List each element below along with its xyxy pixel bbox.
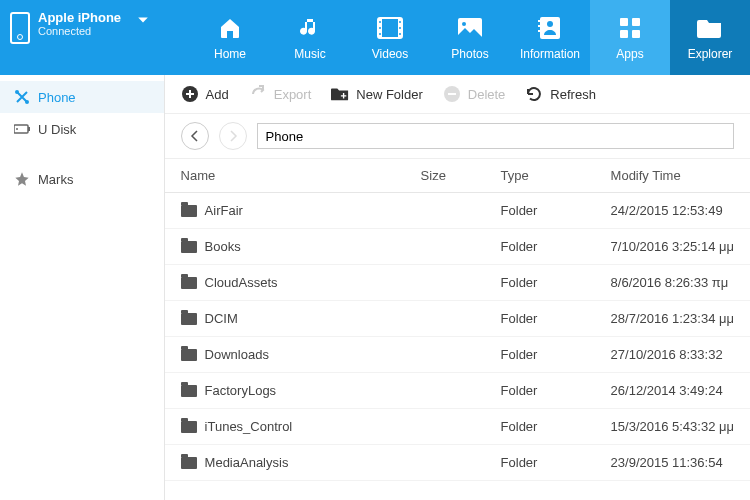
sidebar-item-udisk[interactable]: U Disk bbox=[0, 113, 164, 145]
table-row[interactable]: BooksFolder7/10/2016 3:25:14 μμ bbox=[165, 229, 750, 265]
col-header-type[interactable]: Type bbox=[501, 168, 611, 183]
nav-home-label: Home bbox=[214, 47, 246, 61]
table-row[interactable]: DownloadsFolder27/10/2016 8:33:32 bbox=[165, 337, 750, 373]
videos-icon bbox=[376, 15, 404, 41]
nav-apps[interactable]: Apps bbox=[590, 0, 670, 75]
disk-icon bbox=[14, 121, 30, 137]
top-nav: Home Music Videos Photos Information App… bbox=[190, 0, 750, 75]
sidebar-udisk-label: U Disk bbox=[38, 122, 76, 137]
svg-point-3 bbox=[379, 21, 381, 23]
nav-videos-label: Videos bbox=[372, 47, 408, 61]
table-row[interactable]: FactoryLogsFolder26/12/2014 3:49:24 bbox=[165, 373, 750, 409]
nav-photos[interactable]: Photos bbox=[430, 0, 510, 75]
svg-point-4 bbox=[379, 27, 381, 29]
file-time: 26/12/2014 3:49:24 bbox=[611, 383, 734, 398]
device-status: Connected bbox=[38, 25, 121, 37]
folder-icon bbox=[181, 385, 197, 397]
table-row[interactable]: CloudAssetsFolder8/6/2016 8:26:33 πμ bbox=[165, 265, 750, 301]
nav-apps-label: Apps bbox=[616, 47, 643, 61]
device-selector[interactable]: Apple iPhone Connected bbox=[0, 0, 165, 75]
nav-back-button[interactable] bbox=[181, 122, 209, 150]
folder-icon bbox=[181, 313, 197, 325]
path-input[interactable] bbox=[257, 123, 734, 149]
file-type: Folder bbox=[501, 203, 611, 218]
refresh-label: Refresh bbox=[550, 87, 596, 102]
sidebar-item-phone[interactable]: Phone bbox=[0, 81, 164, 113]
nav-music[interactable]: Music bbox=[270, 0, 350, 75]
chevron-down-icon bbox=[137, 14, 149, 29]
sidebar-marks-label: Marks bbox=[38, 172, 73, 187]
folder-icon bbox=[181, 421, 197, 433]
home-icon bbox=[216, 15, 244, 41]
music-icon bbox=[296, 15, 324, 41]
table-row[interactable]: MediaAnalysisFolder23/9/2015 11:36:54 bbox=[165, 445, 750, 481]
file-name: MediaAnalysis bbox=[205, 455, 289, 470]
file-time: 27/10/2016 8:33:32 bbox=[611, 347, 734, 362]
nav-information-label: Information bbox=[520, 47, 580, 61]
table-row[interactable]: AirFairFolder24/2/2015 12:53:49 bbox=[165, 193, 750, 229]
file-time: 24/2/2015 12:53:49 bbox=[611, 203, 734, 218]
new-folder-icon bbox=[331, 85, 349, 103]
col-header-name[interactable]: Name bbox=[181, 168, 421, 183]
photos-icon bbox=[456, 15, 484, 41]
file-time: 8/6/2016 8:26:33 πμ bbox=[611, 275, 734, 290]
folder-icon bbox=[181, 277, 197, 289]
file-type: Folder bbox=[501, 347, 611, 362]
svg-rect-16 bbox=[620, 18, 628, 26]
file-name: FactoryLogs bbox=[205, 383, 277, 398]
add-label: Add bbox=[206, 87, 229, 102]
plus-circle-icon bbox=[181, 85, 199, 103]
nav-explorer-label: Explorer bbox=[688, 47, 733, 61]
file-type: Folder bbox=[501, 455, 611, 470]
file-name: Books bbox=[205, 239, 241, 254]
file-type: Folder bbox=[501, 419, 611, 434]
svg-point-5 bbox=[379, 33, 381, 35]
nav-videos[interactable]: Videos bbox=[350, 0, 430, 75]
svg-point-7 bbox=[399, 27, 401, 29]
svg-point-6 bbox=[399, 21, 401, 23]
col-header-size[interactable]: Size bbox=[421, 168, 501, 183]
app-header: Apple iPhone Connected Home Music Videos… bbox=[0, 0, 750, 75]
table-header: Name Size Type Modify Time bbox=[165, 159, 750, 193]
export-button[interactable]: Export bbox=[249, 85, 312, 103]
table-row[interactable]: DCIMFolder28/7/2016 1:23:34 μμ bbox=[165, 301, 750, 337]
nav-information[interactable]: Information bbox=[510, 0, 590, 75]
sidebar-item-marks[interactable]: Marks bbox=[0, 163, 164, 195]
nav-explorer[interactable]: Explorer bbox=[670, 0, 750, 75]
svg-rect-11 bbox=[540, 17, 560, 39]
svg-rect-14 bbox=[538, 30, 542, 32]
new-folder-label: New Folder bbox=[356, 87, 422, 102]
svg-rect-18 bbox=[620, 30, 628, 38]
folder-icon bbox=[181, 349, 197, 361]
file-time: 7/10/2016 3:25:14 μμ bbox=[611, 239, 734, 254]
svg-point-21 bbox=[25, 100, 29, 104]
sidebar-phone-label: Phone bbox=[38, 90, 76, 105]
file-time: 15/3/2016 5:43:32 μμ bbox=[611, 419, 734, 434]
export-label: Export bbox=[274, 87, 312, 102]
svg-point-10 bbox=[462, 22, 466, 26]
device-name: Apple iPhone bbox=[38, 10, 121, 25]
file-type: Folder bbox=[501, 383, 611, 398]
nav-forward-button[interactable] bbox=[219, 122, 247, 150]
sidebar: Phone U Disk Marks bbox=[0, 75, 165, 500]
file-type: Folder bbox=[501, 239, 611, 254]
delete-icon bbox=[443, 85, 461, 103]
refresh-button[interactable]: Refresh bbox=[525, 85, 596, 103]
refresh-icon bbox=[525, 85, 543, 103]
new-folder-button[interactable]: New Folder bbox=[331, 85, 422, 103]
svg-rect-12 bbox=[538, 20, 542, 22]
table-row[interactable]: iTunes_ControlFolder15/3/2016 5:43:32 μμ bbox=[165, 409, 750, 445]
file-name: AirFair bbox=[205, 203, 243, 218]
add-button[interactable]: Add bbox=[181, 85, 229, 103]
svg-point-15 bbox=[547, 21, 553, 27]
svg-rect-13 bbox=[538, 25, 542, 27]
col-header-time[interactable]: Modify Time bbox=[611, 168, 734, 183]
nav-home[interactable]: Home bbox=[190, 0, 270, 75]
phone-device-icon bbox=[10, 12, 30, 44]
toolbar: Add Export New Folder Delete Refresh bbox=[165, 75, 750, 114]
export-icon bbox=[249, 85, 267, 103]
star-icon bbox=[14, 171, 30, 187]
delete-button[interactable]: Delete bbox=[443, 85, 506, 103]
file-table: Name Size Type Modify Time AirFairFolder… bbox=[165, 159, 750, 500]
svg-rect-19 bbox=[632, 30, 640, 38]
